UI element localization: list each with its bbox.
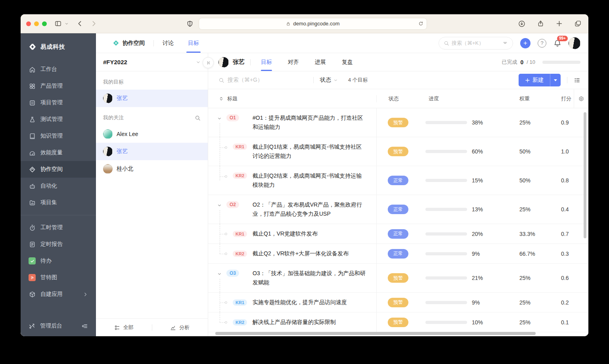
sidebar-item-doc[interactable]: 定时报告 [21, 236, 96, 253]
goal-title[interactable]: #O1：提升易成商城网页产品能力，打造社区和运输能力 [253, 113, 367, 132]
refresh-icon[interactable] [418, 21, 423, 26]
topnav-item-3[interactable]: 目标 [181, 33, 206, 53]
address-bar[interactable]: demo.pingcode.com [199, 18, 427, 30]
sidebar-item-collab[interactable]: 协作空间 [21, 161, 96, 178]
status-badge[interactable]: 正常 [388, 176, 408, 185]
collapse-panel-button[interactable] [203, 57, 214, 68]
table-row[interactable]: KR1截止Q1，VR党建软件发布正常20%33.3%0.7 [208, 224, 588, 244]
period-selector[interactable]: #FY2022 [96, 53, 208, 71]
status-badge[interactable]: 正常 [388, 249, 408, 259]
table-row[interactable]: KR2截止Q2，VR软件+大屏一体化设备发布正常9%66.7%0.3 [208, 244, 588, 264]
status-badge[interactable]: 预警 [388, 118, 408, 127]
sidebar-chevron-icon[interactable] [63, 20, 70, 27]
new-goal-dropdown[interactable] [550, 74, 561, 86]
topnav-item-1[interactable]: 协作空间 [105, 33, 152, 53]
new-goal-button[interactable]: 新建 [519, 74, 561, 86]
goals-search-input[interactable]: 搜索（⌘+G） [228, 77, 307, 84]
expand-chevron-icon[interactable] [217, 116, 222, 121]
tab-进展[interactable]: 进展 [307, 53, 334, 71]
admin-console-label[interactable]: 管理后台 [40, 322, 62, 330]
sidebar-item-stopwatch[interactable]: 工时管理 [21, 219, 96, 236]
horizontal-scrollbar[interactable] [215, 332, 536, 335]
user-item[interactable]: 张艺 [96, 143, 208, 160]
title-cell: KR2截止到Q2结束，易成商城网页-书城支持运输模块能力 [208, 166, 377, 195]
title-cell: KR1截止Q1，VR党建软件发布 [208, 224, 377, 243]
status-badge[interactable]: 正常 [388, 205, 408, 214]
sidebar-item-home[interactable]: 工作台 [21, 61, 96, 78]
expand-chevron-icon[interactable] [217, 272, 222, 277]
back-button[interactable] [75, 19, 85, 29]
goal-title[interactable]: 截止到Q2结束，易成商城网页-书城支持运输模块能力 [253, 171, 367, 190]
goal-title[interactable]: 实施专题性能优化，提升产品访问速度 [253, 298, 367, 307]
table-row[interactable]: KR1截止到Q1结束，易成商城网页-书城支持社区讨论的运营能力预警60%50%1… [208, 137, 588, 166]
sidebar-item-clipboard[interactable]: 项目管理 [21, 94, 96, 111]
goal-title[interactable]: O3：「技术」加强基础能力建设，为产品和研发赋能 [253, 269, 367, 287]
downloads-icon[interactable] [517, 19, 527, 29]
goal-title[interactable]: 截止Q2，VR软件+大屏一体化设备发布 [253, 249, 367, 258]
sidebar-item-cube[interactable]: 自建应用 [21, 286, 96, 303]
topnav-item-2[interactable]: 讨论 [155, 33, 181, 53]
analysis-button[interactable]: 分析 [152, 324, 208, 331]
vertical-scrollbar[interactable] [584, 112, 586, 238]
new-tab-icon[interactable] [554, 19, 564, 29]
view-settings-icon[interactable] [574, 77, 580, 84]
global-search-input[interactable]: 搜索（⌘+K） [439, 37, 513, 50]
sidebar-item-robot[interactable]: 自动化 [21, 178, 96, 194]
zoom-window-button[interactable] [42, 21, 47, 26]
share-icon[interactable] [536, 19, 546, 29]
sidebar-item-flask[interactable]: 测试管理 [21, 111, 96, 128]
privacy-shield-icon[interactable] [185, 19, 195, 29]
filter-icon[interactable] [502, 40, 508, 46]
sidebar-item-folder[interactable]: 项目集 [21, 194, 96, 211]
user-item[interactable]: 张艺 [96, 90, 208, 107]
search-icon[interactable] [195, 115, 201, 121]
goal-title[interactable]: 截止到Q1结束，易成商城网页-书城支持社区讨论的运营能力 [253, 142, 367, 161]
user-item[interactable]: Alex Lee [96, 125, 208, 143]
table-row[interactable]: KR1实施专题性能优化，提升产品访问速度预警9%25%0.2 [208, 293, 588, 312]
goal-title[interactable]: 截止Q1，VR党建软件发布 [253, 229, 367, 238]
tab-对齐[interactable]: 对齐 [280, 53, 307, 71]
status-badge[interactable]: 预警 [388, 273, 408, 283]
status-badge[interactable]: 预警 [388, 298, 408, 307]
gear-cell-spacer [574, 312, 588, 332]
tab-overview-icon[interactable] [573, 19, 583, 29]
status-badge[interactable]: 预警 [388, 147, 408, 156]
help-icon[interactable]: ? [538, 39, 546, 48]
status-badge[interactable]: 正常 [388, 229, 408, 239]
workspace-logo-row[interactable]: 易成科技 [21, 33, 96, 61]
table-row[interactable]: O1#O1：提升易成商城网页产品能力，打造社区和运输能力预警38%25%0.9 [208, 108, 588, 137]
sidebar-toggle-icon[interactable] [53, 19, 63, 29]
goal-owner-header: 张艺 目标对齐进展复盘 已完成 0 / 10 [208, 53, 588, 71]
sidebar-item-grid[interactable]: 产品管理 [21, 78, 96, 94]
progress-cell: 38% [422, 108, 511, 137]
tab-复盘[interactable]: 复盘 [334, 53, 361, 71]
status-filter-dropdown[interactable]: 状态 [320, 77, 338, 84]
status-badge[interactable]: 预警 [388, 318, 408, 327]
weight-value: 25% [511, 195, 551, 224]
app-topbar: 协作空间讨论目标 搜索（⌘+K） + ? 99+ [96, 33, 588, 53]
minimize-window-button[interactable] [34, 21, 39, 26]
goal-title[interactable]: O2：「产品」发布易成VR产品，聚焦政府行业，打造产品核心竞争力及USP [253, 200, 367, 218]
table-row[interactable]: O3O3：「技术」加强基础能力建设，为产品和研发赋能预警21%25%0.6 [208, 264, 588, 293]
sidebar-item-gauge[interactable]: 效能度量 [21, 144, 96, 161]
view-all-button[interactable]: 全部 [96, 324, 152, 331]
close-window-button[interactable] [26, 21, 31, 26]
table-row[interactable]: KR2截止到Q2结束，易成商城网页-书城支持运输模块能力正常15%50%0.8 [208, 166, 588, 195]
column-settings-gear-icon[interactable] [578, 96, 584, 102]
sidebar-item-book[interactable]: 知识管理 [21, 128, 96, 144]
user-item[interactable]: 桂小北 [96, 160, 208, 178]
create-new-button[interactable]: + [520, 38, 530, 48]
table-row[interactable]: O2O2：「产品」发布易成VR产品，聚焦政府行业，打造产品核心竞争力及USP正常… [208, 195, 588, 224]
goal-title[interactable]: 解决线上产品存储容量的实际限制 [253, 318, 367, 327]
current-user-avatar[interactable] [569, 37, 580, 49]
collapse-sidebar-icon[interactable] [81, 323, 88, 330]
kr-badge: KR1 [233, 231, 247, 237]
sidebar-item-gantt[interactable]: 甘特图 [21, 269, 96, 286]
forward-button[interactable] [89, 19, 99, 29]
tab-目标[interactable]: 目标 [253, 53, 280, 71]
expand-chevron-icon[interactable] [217, 203, 222, 208]
sidebar-item-todo[interactable]: 待办 [21, 253, 96, 269]
table-row[interactable]: KR2解决线上产品存储容量的实际限制预警10%25%0.1 [208, 312, 588, 332]
collapse-all-icon[interactable] [218, 96, 224, 102]
notifications-bell-icon[interactable]: 99+ [553, 39, 561, 47]
